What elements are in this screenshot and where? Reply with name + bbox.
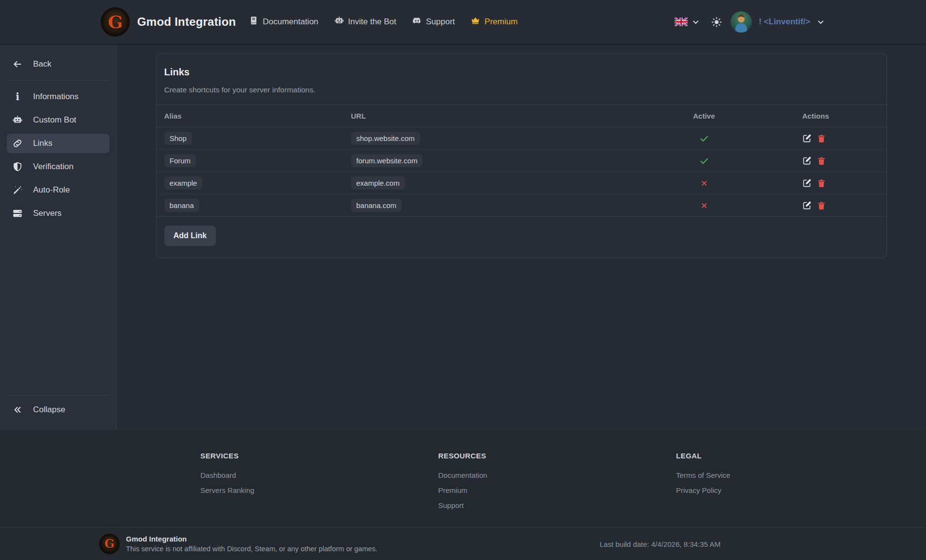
sidebar-item-links[interactable]: Links: [7, 134, 109, 153]
footer-column-title: RESOURCES: [438, 452, 676, 460]
nav-link-premium[interactable]: Premium: [471, 16, 517, 28]
delete-button[interactable]: [817, 134, 826, 143]
column-header-url: URL: [343, 105, 614, 127]
delete-button[interactable]: [817, 179, 826, 188]
delete-button[interactable]: [817, 157, 826, 165]
links-table: Alias URL Active Actions Shop shop.websi…: [157, 105, 887, 217]
footer-link-privacy[interactable]: Privacy Policy: [676, 486, 914, 494]
avatar[interactable]: [730, 11, 752, 33]
sidebar-item-informations[interactable]: i Informations: [7, 87, 109, 106]
app-logo[interactable]: G: [101, 8, 129, 36]
sidebar-divider: [7, 395, 109, 396]
alias-badge: banana: [164, 199, 199, 212]
active-check-icon: [699, 134, 709, 142]
delete-button[interactable]: [817, 201, 826, 210]
footer-link-documentation[interactable]: Documentation: [438, 471, 676, 479]
active-check-icon: [699, 156, 709, 164]
nav-link-documentation[interactable]: Documentation: [249, 16, 318, 28]
bottom-bar: G Gmod Integration This service is not a…: [0, 527, 926, 560]
nav-link-label: Invite the Bot: [348, 17, 396, 27]
sidebar-divider: [7, 80, 109, 81]
sidebar-item-label: Informations: [33, 92, 79, 102]
nav-link-label: Support: [426, 17, 455, 27]
url-badge: forum.website.com: [351, 154, 423, 167]
top-navbar: G Gmod Integration Documentation Invite …: [0, 0, 926, 45]
edit-button[interactable]: [802, 178, 812, 188]
footer-column-legal: LEGAL Terms of Service Privacy Policy: [676, 452, 914, 527]
nav-link-label: Documentation: [263, 17, 318, 27]
arrow-left-icon: [12, 59, 23, 69]
link-icon: [12, 139, 23, 148]
alias-badge: Shop: [164, 132, 192, 145]
angles-left-icon: [12, 405, 23, 415]
main-content: Links Create shortcuts for your server i…: [117, 45, 926, 430]
sidebar-item-label: Links: [33, 139, 53, 148]
robot-icon: [335, 16, 344, 28]
robot-icon: [12, 115, 23, 125]
url-badge: banana.com: [351, 199, 402, 212]
footer-link-dashboard[interactable]: Dashboard: [200, 471, 438, 479]
url-badge: example.com: [351, 176, 405, 190]
footer-link-servers-ranking[interactable]: Servers Ranking: [200, 486, 438, 494]
sidebar: Back i Informations Custom Bot Links Ver…: [0, 45, 117, 430]
sidebar-item-label: Collapse: [33, 405, 65, 415]
add-link-button[interactable]: Add Link: [164, 226, 216, 246]
footer-column-resources: RESOURCES Documentation Premium Support: [438, 452, 676, 527]
user-menu-chevron[interactable]: [817, 18, 825, 26]
server-icon: [12, 209, 23, 218]
column-header-active: Active: [614, 105, 795, 127]
chevron-down-icon: [692, 18, 700, 26]
brand-title[interactable]: Gmod Integration: [137, 15, 236, 29]
user-menu-name[interactable]: ! <Linventif/>: [759, 17, 810, 27]
active-cross-icon: [700, 201, 708, 210]
page-description: Create shortcuts for your server informa…: [164, 86, 879, 94]
edit-button[interactable]: [802, 201, 812, 210]
table-header-row: Alias URL Active Actions: [157, 105, 887, 127]
app-root: G Gmod Integration Documentation Invite …: [0, 0, 926, 560]
chevron-down-icon: [817, 18, 825, 26]
nav-link-label: Premium: [484, 17, 517, 27]
sidebar-back-button[interactable]: Back: [7, 54, 109, 74]
sidebar-collapse-button[interactable]: Collapse: [7, 400, 109, 420]
links-card: Links Create shortcuts for your server i…: [156, 53, 887, 258]
crown-icon: [471, 16, 480, 28]
table-row: Shop shop.website.com: [157, 127, 887, 150]
footer-link-premium[interactable]: Premium: [438, 486, 676, 494]
primary-nav: Documentation Invite the Bot Support Pre…: [249, 16, 517, 28]
shield-icon: [12, 162, 23, 172]
sidebar-item-servers[interactable]: Servers: [7, 204, 109, 223]
sidebar-item-verification[interactable]: Verification: [7, 157, 109, 176]
disclaimer-text: This service is not affiliated with Disc…: [126, 545, 377, 553]
sidebar-item-auto-role[interactable]: Auto-Role: [7, 180, 109, 200]
page-title: Links: [164, 67, 879, 78]
sidebar-item-label: Servers: [33, 209, 62, 218]
theme-toggle[interactable]: [711, 17, 722, 28]
sidebar-item-label: Back: [33, 59, 52, 69]
build-date: Last build date: 4/4/2026, 8:34:35 AM: [600, 540, 721, 548]
app-logo: G: [100, 534, 119, 554]
column-header-alias: Alias: [157, 105, 343, 127]
sidebar-item-label: Custom Bot: [33, 115, 76, 125]
active-cross-icon: [700, 179, 708, 187]
book-icon: [249, 16, 258, 28]
bottom-brand: Gmod Integration: [126, 535, 377, 543]
footer-link-terms[interactable]: Terms of Service: [676, 471, 914, 479]
table-row: banana banana.com: [157, 194, 887, 217]
footer-column-title: LEGAL: [676, 452, 914, 460]
discord-icon: [412, 16, 422, 28]
sun-icon: [711, 17, 722, 28]
sidebar-item-label: Verification: [33, 162, 73, 172]
table-row: Forum forum.website.com: [157, 150, 887, 172]
sidebar-item-custom-bot[interactable]: Custom Bot: [7, 110, 109, 130]
alias-badge: example: [164, 176, 203, 190]
footer-link-support[interactable]: Support: [438, 501, 676, 509]
alias-badge: Forum: [164, 154, 196, 167]
edit-button[interactable]: [802, 134, 812, 143]
nav-link-invite-bot[interactable]: Invite the Bot: [335, 16, 396, 28]
language-selector[interactable]: [675, 18, 700, 26]
sidebar-item-label: Auto-Role: [33, 185, 70, 195]
nav-link-support[interactable]: Support: [412, 16, 455, 28]
site-footer: SERVICES Dashboard Servers Ranking RESOU…: [0, 430, 926, 527]
info-icon: i: [12, 92, 23, 102]
edit-button[interactable]: [802, 156, 812, 165]
